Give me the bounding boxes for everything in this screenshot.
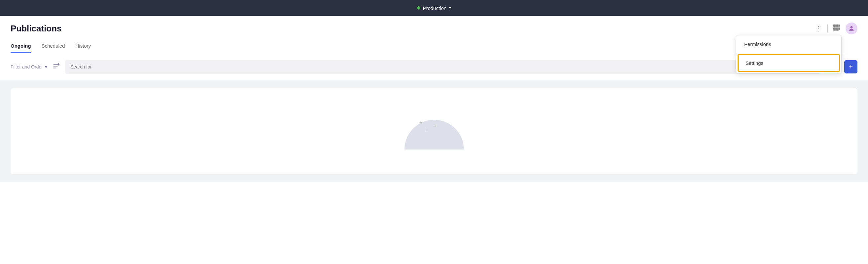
topbar: Production ▾ — [0, 0, 868, 16]
tab-ongoing[interactable]: Ongoing — [10, 40, 31, 53]
more-options-button[interactable]: ⋮ — [814, 23, 824, 34]
header-actions: ⋮ — [814, 23, 858, 34]
empty-state: + + + — [388, 100, 480, 163]
dropdown-menu: Permissions Settings — [736, 35, 842, 74]
add-icon: + — [849, 62, 853, 71]
sort-button[interactable] — [53, 62, 60, 72]
dropdown-item-settings[interactable]: Settings — [738, 54, 840, 72]
filter-chevron-icon: ▾ — [45, 64, 47, 70]
empty-illustration: + + + — [401, 113, 467, 150]
svg-rect-0 — [833, 25, 836, 27]
avatar[interactable] — [845, 23, 858, 34]
environment-title: Production — [423, 5, 447, 11]
main-content: Publications ⋮ — [0, 16, 868, 264]
filter-label: Filter and Order — [10, 64, 43, 70]
search-container — [65, 60, 821, 74]
sort-icon — [53, 62, 60, 70]
environment-chevron-icon[interactable]: ▾ — [449, 6, 451, 10]
filter-order-button[interactable]: Filter and Order ▾ — [10, 64, 47, 70]
dropdown-item-permissions[interactable]: Permissions — [736, 35, 841, 53]
svg-rect-1 — [836, 25, 839, 27]
tab-scheduled[interactable]: Scheduled — [41, 40, 65, 53]
page-title: Publications — [10, 24, 62, 34]
search-input[interactable] — [70, 64, 807, 70]
svg-rect-6 — [833, 30, 836, 31]
svg-rect-2 — [839, 25, 840, 27]
svg-point-8 — [850, 26, 853, 28]
svg-rect-7 — [836, 30, 839, 31]
header-row: Publications ⋮ — [0, 16, 868, 34]
grid-menu-button[interactable] — [832, 23, 842, 34]
more-icon: ⋮ — [815, 25, 822, 32]
svg-rect-3 — [833, 27, 836, 30]
divider — [827, 25, 828, 32]
tab-history[interactable]: History — [75, 40, 91, 53]
add-button[interactable]: + — [844, 60, 858, 74]
svg-rect-5 — [839, 27, 840, 30]
environment-indicator — [417, 6, 420, 9]
svg-rect-4 — [836, 27, 839, 30]
grid-icon — [833, 24, 840, 33]
content-card: + + + — [10, 88, 858, 174]
content-area: + + + — [0, 80, 868, 182]
